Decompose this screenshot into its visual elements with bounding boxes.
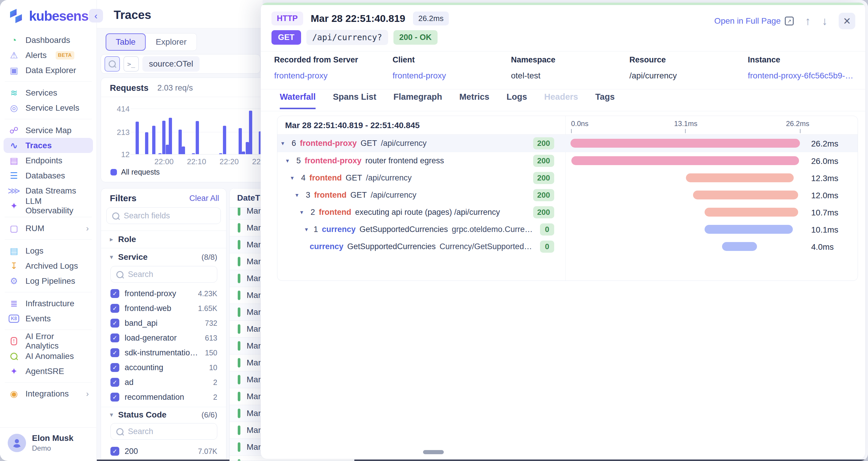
checkbox[interactable]: ✓ [111, 363, 119, 372]
span-bar[interactable] [570, 139, 800, 147]
query-search-mode-button[interactable]: >_ [123, 56, 139, 72]
tab-table[interactable]: Table [106, 33, 146, 51]
filter-fields-search-input[interactable] [106, 207, 221, 224]
span-bar[interactable] [693, 191, 798, 199]
tab-explorer[interactable]: Explorer [146, 33, 196, 51]
chevron-right-icon[interactable]: ▸ [110, 235, 118, 243]
sidebar-item-dashboards[interactable]: ◔Dashboards [4, 33, 93, 47]
previous-trace-button[interactable]: ↑ [805, 15, 811, 28]
span-bar[interactable] [722, 242, 757, 251]
span-service[interactable]: frontend [314, 191, 346, 200]
span-row[interactable]: ▾5frontend-proxyrouter frontend egress20… [277, 152, 858, 169]
user-profile[interactable]: Elon Musk Demo [0, 427, 96, 460]
sidebar-item-ai-anomalies[interactable]: AI Anomalies [4, 349, 93, 364]
service-option[interactable]: ✓recommendation2 [101, 390, 226, 404]
span-service[interactable]: currency [322, 225, 355, 234]
brand[interactable]: kubesense [0, 0, 96, 24]
horizontal-scrollbar-thumb[interactable] [423, 450, 444, 454]
chevron-down-icon[interactable]: ▾ [110, 253, 118, 261]
protocol-badge: HTTP [272, 11, 303, 26]
sidebar-item-ai-error-analytics[interactable]: !AI Error Analytics [4, 333, 93, 349]
service-option[interactable]: ✓load-generator613 [101, 330, 226, 345]
span-service[interactable]: frontend-proxy [305, 156, 362, 165]
sidebar-item-data-explorer[interactable]: ▣Data Explorer [4, 63, 93, 78]
sidebar-item-alerts[interactable]: ⚠AlertsBETA [4, 47, 93, 63]
sidebar-item-endpoints[interactable]: ▤Endpoints [4, 153, 93, 168]
sidebar-item-log-pipelines[interactable]: ⚙Log Pipelines [4, 273, 93, 289]
chevron-down-icon[interactable]: ▾ [305, 226, 310, 233]
status-code-search-input[interactable] [111, 423, 217, 440]
chevron-down-icon[interactable]: ▾ [286, 157, 292, 164]
tab-metrics[interactable]: Metrics [459, 92, 489, 109]
tab-tags[interactable]: Tags [595, 92, 615, 109]
span-bar[interactable] [686, 173, 794, 182]
sidebar-item-infrastructure[interactable]: ≣Infrastructure [4, 296, 93, 311]
sidebar-collapse-button[interactable]: ‹ [89, 9, 103, 23]
close-icon[interactable]: × [839, 13, 855, 29]
sidebar-item-service-map[interactable]: ☍Service Map [4, 123, 93, 138]
filter-group-role[interactable]: ▸ Role [101, 231, 226, 248]
span-row[interactable]: ▾4frontendGET/api/currency20012.3ms [277, 169, 858, 187]
span-row[interactable]: ▾6frontend-proxyGET/api/currency20026.2m… [277, 135, 858, 152]
clear-all-button[interactable]: Clear All [189, 194, 219, 203]
sidebar-item-llm-observability[interactable]: ✦LLM Observability [4, 198, 93, 213]
span-row[interactable]: ▾2frontendexecuting api route (pages) /a… [277, 204, 858, 221]
service-option[interactable]: ✓sdk-instrumentation-otel-...150 [101, 345, 226, 360]
open-in-full-page-link[interactable]: Open in Full Page ↗ [714, 16, 794, 26]
span-service[interactable]: frontend [319, 208, 351, 217]
sidebar-item-logs[interactable]: ▤Logs [4, 243, 93, 258]
span-service[interactable]: frontend-proxy [300, 139, 357, 148]
service-option[interactable]: ✓band_api732 [101, 316, 226, 330]
filter-group-status-code[interactable]: ▾ Status Code (6/6) [101, 407, 226, 423]
status-code-option[interactable]: ✓2007.07K [101, 444, 226, 459]
sidebar-item-integrations[interactable]: ◉Integrations› [4, 386, 93, 401]
sidebar-item-agentsre[interactable]: ✦AgentSRE [4, 364, 93, 379]
sidebar-item-events[interactable]: K8Events [4, 311, 93, 326]
service-option[interactable]: ✓accounting10 [101, 360, 226, 375]
service-search-input[interactable] [111, 266, 217, 283]
span-bar[interactable] [571, 156, 799, 165]
sidebar-item-data-streams[interactable]: ⋙Data Streams [4, 183, 93, 198]
service-option[interactable]: ✓frontend-proxy4.23K [101, 286, 226, 301]
filter-search-mode-button[interactable] [104, 56, 120, 72]
chevron-down-icon[interactable]: ▾ [281, 140, 288, 147]
meta-value[interactable]: frontend-proxy [274, 71, 393, 80]
span-service[interactable]: currency [310, 242, 343, 251]
sidebar-item-archived-logs[interactable]: ↧Archived Logs [4, 258, 93, 273]
checkbox[interactable]: ✓ [111, 447, 119, 456]
next-trace-button[interactable]: ↓ [822, 15, 828, 28]
span-bar[interactable] [705, 208, 799, 217]
sidebar-item-databases[interactable]: ☰Databases [4, 168, 93, 183]
tab-spans-list[interactable]: Spans List [333, 92, 376, 109]
chevron-down-icon[interactable]: ▾ [110, 411, 118, 419]
chevron-down-icon[interactable]: ▾ [291, 174, 297, 182]
tab-waterfall[interactable]: Waterfall [280, 92, 316, 109]
checkbox[interactable]: ✓ [111, 289, 119, 298]
span-row[interactable]: ▾1currencyGetSupportedCurrenciesgrpc.ote… [277, 221, 858, 238]
meta-value[interactable]: frontend-proxy [393, 71, 511, 80]
checkbox[interactable]: ✓ [111, 333, 119, 342]
checkbox[interactable]: ✓ [111, 393, 119, 401]
span-bar[interactable] [705, 225, 793, 234]
filter-group-service[interactable]: ▾ Service (8/8) [101, 250, 226, 265]
chevron-down-icon[interactable]: ▾ [300, 208, 307, 216]
checkbox[interactable]: ✓ [111, 304, 119, 313]
tab-flamegraph[interactable]: Flamegraph [394, 92, 442, 109]
sidebar-item-service-levels[interactable]: ◎Service Levels [4, 100, 93, 116]
span-row[interactable]: ▾3frontendGET/api/currency20012.0ms [277, 187, 858, 204]
sidebar-item-rum[interactable]: ▢RUM› [4, 221, 93, 236]
sidebar-item-traces[interactable]: ∿Traces [4, 138, 93, 153]
service-option[interactable]: ✓ad2 [101, 375, 226, 390]
sidebar-item-services[interactable]: ≋Services [4, 85, 93, 100]
checkbox[interactable]: ✓ [111, 378, 119, 387]
status-code-option[interactable]: ✓308184 [101, 459, 226, 461]
span-row[interactable]: currencyGetSupportedCurrenciesCurrency/G… [277, 238, 858, 255]
span-service[interactable]: frontend [309, 173, 342, 183]
checkbox[interactable]: ✓ [111, 348, 119, 357]
chevron-down-icon[interactable]: ▾ [296, 192, 302, 199]
search-query-chip[interactable]: source:OTel [143, 56, 199, 72]
checkbox[interactable]: ✓ [111, 319, 119, 328]
service-option[interactable]: ✓frontend-web1.65K [101, 301, 226, 316]
meta-value[interactable]: frontend-proxy-6fc56c5b9-b... [748, 71, 855, 80]
tab-logs[interactable]: Logs [506, 92, 527, 109]
